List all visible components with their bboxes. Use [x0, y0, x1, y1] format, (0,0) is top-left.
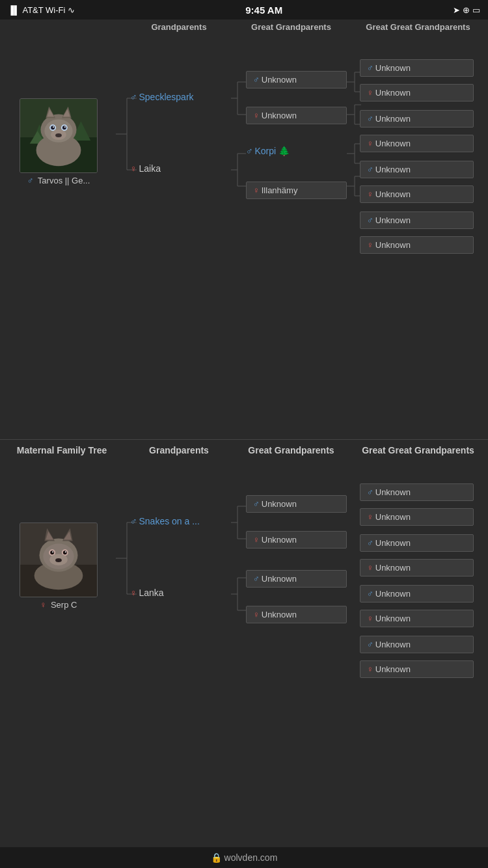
male-icon-mat-gggp7: ♂	[367, 640, 373, 649]
ggp2[interactable]: ♀ Unknown	[246, 107, 347, 124]
gggp5[interactable]: ♂ Unknown	[360, 161, 474, 178]
male-icon-mat-gp1: ♂	[130, 516, 137, 526]
mat-gggp4[interactable]: ♀ Unknown	[360, 559, 474, 576]
female-icon-gggp8: ♀	[367, 240, 373, 250]
gggp3[interactable]: ♂ Unknown	[360, 110, 474, 128]
mat-ggp4[interactable]: ♀ Unknown	[246, 606, 347, 623]
ggp1[interactable]: ♂ Unknown	[246, 71, 347, 88]
male-icon-gggp7: ♂	[367, 215, 373, 225]
maternal-tree: ♀ Serp C ♂ Snakes on a ... ♀ Lanka ♂ Unk…	[0, 457, 488, 868]
status-bar: ▐▌ AT&T Wi-Fi ∿ 9:45 AM ➤ ⊕ ▭	[0, 0, 488, 20]
female-icon-mat-ggp4: ♀	[253, 610, 260, 619]
wifi-icon: ∿	[68, 5, 75, 15]
female-icon-ggp2: ♀	[253, 111, 260, 120]
mat-ggp4-name: Unknown	[262, 610, 297, 619]
gggp3-name: Unknown	[375, 114, 411, 124]
female-icon-wolf: ♀	[40, 600, 47, 610]
mat-ggp1[interactable]: ♂ Unknown	[246, 495, 347, 513]
gggp1[interactable]: ♂ Unknown	[360, 59, 474, 77]
status-right: ➤ ⊕ ▭	[453, 5, 480, 15]
male-icon-mat-gggp1: ♂	[367, 487, 373, 497]
mat-ggp3[interactable]: ♂ Unknown	[246, 570, 347, 588]
female-icon-gp2: ♀	[130, 163, 137, 174]
mat-ggp-label: Great Grandparents	[234, 445, 348, 456]
pat-gp-label: Grandparents	[124, 22, 234, 32]
gggp7[interactable]: ♂ Unknown	[360, 211, 474, 229]
mat-ggp1-name: Unknown	[262, 499, 297, 509]
ggp4-name: Illanhämy	[262, 185, 298, 195]
signal-icon: ▐▌	[8, 5, 20, 15]
paternal-wolf-avatar[interactable]	[20, 98, 98, 173]
maternal-wolf[interactable]: ♀ Serp C	[20, 522, 98, 610]
gggp2[interactable]: ♀ Unknown	[360, 84, 474, 102]
mat-gp1[interactable]: ♂ Snakes on a ...	[130, 516, 200, 526]
svg-point-85	[65, 551, 66, 552]
gggp5-name: Unknown	[375, 165, 411, 174]
female-icon-mat-gggp4: ♀	[367, 563, 373, 573]
mat-gggp1-name: Unknown	[375, 487, 411, 497]
gggp4[interactable]: ♀ Unknown	[360, 135, 474, 152]
ggp3-korpi[interactable]: ♂ Korpi 🌲	[246, 146, 290, 156]
rotation-lock-icon: ⊕	[463, 5, 470, 15]
maternal-wolf-avatar[interactable]	[20, 522, 98, 597]
male-icon-mat-ggp3: ♂	[253, 574, 260, 584]
mat-gggp8[interactable]: ♀ Unknown	[360, 660, 474, 678]
gp1-specklespark[interactable]: ♂ Specklespark	[130, 92, 194, 102]
gp2-laika[interactable]: ♀ Laika	[130, 163, 161, 174]
gp2-name[interactable]: Laika	[139, 163, 161, 174]
ggp2-name: Unknown	[262, 111, 297, 120]
mat-gggp5[interactable]: ♂ Unknown	[360, 585, 474, 603]
female-icon-mat-ggp2: ♀	[253, 535, 260, 545]
mat-gggp1[interactable]: ♂ Unknown	[360, 483, 474, 501]
mat-gp1-name[interactable]: Snakes on a ...	[139, 516, 200, 526]
male-icon-mat-gggp5: ♂	[367, 589, 373, 599]
mat-gp2-name[interactable]: Lanka	[139, 588, 164, 598]
svg-point-88	[55, 558, 62, 562]
male-icon-gggp5: ♂	[367, 165, 373, 174]
gggp8[interactable]: ♀ Unknown	[360, 236, 474, 254]
status-left: ▐▌ AT&T Wi-Fi ∿	[8, 5, 75, 15]
time-display: 9:45 AM	[245, 5, 282, 16]
mat-gggp7-name: Unknown	[375, 640, 411, 649]
svg-point-51	[53, 126, 54, 128]
pat-ggp-label: Great Grandparents	[234, 22, 348, 32]
mat-gggp4-name: Unknown	[375, 563, 411, 573]
section-divider	[0, 439, 488, 440]
paternal-wolf-name: ♂ Tarvos || Ge...	[27, 176, 90, 185]
mat-ggp2[interactable]: ♀ Unknown	[246, 531, 347, 549]
mat-gggp-label: Great Great Grandparents	[348, 445, 488, 456]
location-icon: ➤	[453, 5, 460, 15]
male-icon: ♂	[27, 176, 34, 185]
pat-tree-label	[0, 22, 124, 32]
gggp6-name: Unknown	[375, 189, 411, 199]
mat-gggp3[interactable]: ♂ Unknown	[360, 534, 474, 552]
main-content: Grandparents Great Grandparents Great Gr…	[0, 20, 488, 868]
mat-ggp2-name: Unknown	[262, 535, 297, 545]
ggp3-name[interactable]: Korpi 🌲	[255, 146, 290, 156]
male-icon-mat-gggp3: ♂	[367, 538, 373, 548]
female-icon-mat-gggp8: ♀	[367, 664, 373, 674]
maternal-wolf-name: ♀ Serp C	[40, 600, 77, 610]
svg-point-83	[63, 550, 67, 554]
paternal-wolf[interactable]: ♂ Tarvos || Ge...	[20, 98, 98, 185]
mat-gggp3-name: Unknown	[375, 538, 411, 548]
gggp8-name: Unknown	[375, 240, 411, 250]
female-icon-ggp4: ♀	[253, 185, 260, 195]
ggp4[interactable]: ♀ Illanhämy	[246, 182, 347, 199]
mat-gggp6-name: Unknown	[375, 614, 411, 623]
gggp6[interactable]: ♀ Unknown	[360, 185, 474, 203]
mat-gggp2[interactable]: ♀ Unknown	[360, 508, 474, 526]
mat-gggp2-name: Unknown	[375, 512, 411, 522]
lock-icon: 🔒	[211, 852, 222, 863]
mat-gggp6[interactable]: ♀ Unknown	[360, 610, 474, 627]
male-icon-mat-ggp1: ♂	[253, 499, 260, 509]
ggp1-name: Unknown	[262, 75, 297, 85]
female-icon-gggp2: ♀	[367, 88, 373, 98]
gp1-name[interactable]: Specklespark	[139, 92, 194, 102]
svg-point-49	[51, 126, 55, 129]
footer-url: wolvden.com	[224, 852, 278, 863]
mat-gggp7[interactable]: ♂ Unknown	[360, 636, 474, 653]
mat-gggp5-name: Unknown	[375, 589, 411, 599]
mat-gp2[interactable]: ♀ Lanka	[130, 588, 164, 598]
carrier-label: AT&T Wi-Fi	[22, 5, 65, 15]
